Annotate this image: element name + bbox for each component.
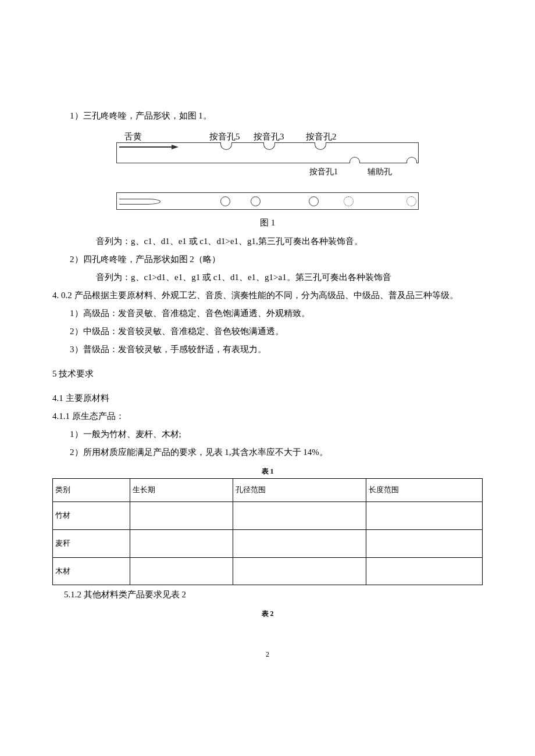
table-cell xyxy=(130,529,233,557)
label-hole3: 按音孔3 xyxy=(254,130,284,144)
label-hole2: 按音孔2 xyxy=(306,130,337,144)
tone-sequence-1: 音列为：g、c1、d1、e1 或 c1、d1>e1、g1,第三孔可奏出各种装饰音… xyxy=(52,234,483,248)
label-aux-hole: 辅助孔 xyxy=(368,166,392,178)
table-row: 麦秆 xyxy=(53,529,483,557)
section-4-1-title: 4.1 主要原材料 xyxy=(52,391,483,405)
item-three-hole: 1）三孔咚咚喹，产品形状，如图 1。 xyxy=(52,109,483,123)
hole-icon xyxy=(406,157,417,163)
section-4-0-2: 4. 0.2 产品根据主要原材料、外观工艺、音质、演奏性能的不同，分为高级品、中… xyxy=(52,288,483,302)
table-1-caption: 表 1 xyxy=(52,466,483,477)
table-row: 木材 xyxy=(53,557,483,585)
hole-icon xyxy=(315,142,326,150)
table-cell xyxy=(366,557,483,585)
item-four-hole: 2）四孔咚咚喹，产品形状如图 2（略） xyxy=(52,252,483,266)
hole-icon xyxy=(220,142,232,150)
table-cell xyxy=(233,501,366,529)
table-cell xyxy=(233,557,366,585)
hole-dotted-icon xyxy=(344,196,354,206)
section-5-title: 5 技术要求 xyxy=(52,367,483,381)
label-reed: 舌黄 xyxy=(124,130,142,144)
hole-icon xyxy=(220,196,230,206)
table-cell: 木材 xyxy=(53,557,130,585)
reed-shape xyxy=(119,146,172,148)
table-cell xyxy=(366,501,483,529)
table-cell xyxy=(130,501,233,529)
hole-icon xyxy=(263,142,275,150)
table-header: 孔径范围 xyxy=(233,479,366,502)
flute-top-view xyxy=(116,142,419,163)
flute-side-view xyxy=(116,192,419,210)
table-header: 生长期 xyxy=(130,479,233,502)
reed-shape xyxy=(119,199,160,205)
hole-icon xyxy=(309,196,319,206)
table-row: 竹材 xyxy=(53,501,483,529)
table-header: 类别 xyxy=(53,479,130,502)
section-5-1-2: 5.1.2 其他材料类产品要求见表 2 xyxy=(52,587,483,601)
table-cell: 麦秆 xyxy=(53,529,130,557)
table-cell xyxy=(366,529,483,557)
table-header-row: 类别 生长期 孔径范围 长度范围 xyxy=(53,479,483,502)
label-hole1: 按音孔1 xyxy=(309,166,338,178)
grade-mid: 2）中级品：发音较灵敏、音准稳定、音色较饱满通透。 xyxy=(52,324,483,338)
document-page: 1）三孔咚咚喹，产品形状，如图 1。 舌黄 按音孔5 按音孔3 按音孔2 按音孔… xyxy=(0,0,535,683)
material-item-2: 2）所用材质应能满足产品的要求，见表 1,其含水率应不大于 14%。 xyxy=(52,445,483,459)
table-header: 长度范围 xyxy=(366,479,483,502)
grade-premium: 1）高级品：发音灵敏、音准稳定、音色饱满通透、外观精致。 xyxy=(52,306,483,320)
hole-icon xyxy=(251,196,261,206)
table-cell xyxy=(233,529,366,557)
table-cell: 竹材 xyxy=(53,501,130,529)
section-4-1-1-title: 4.1.1 原生态产品： xyxy=(52,409,483,423)
table-cell xyxy=(130,557,233,585)
label-hole5: 按音孔5 xyxy=(209,130,240,144)
figure-1: 舌黄 按音孔5 按音孔3 按音孔2 按音孔1 辅助孔 xyxy=(116,130,419,210)
tone-sequence-2: 音列为：g、c1>d1、e1、g1 或 c1、d1、e1、g1>a1。第三孔可奏… xyxy=(52,270,483,284)
hole-dotted-icon xyxy=(406,196,416,206)
table-1: 类别 生长期 孔径范围 长度范围 竹材 麦秆 木材 xyxy=(52,478,483,585)
grade-basic: 3）普级品：发音较灵敏，手感较舒适，有表现力。 xyxy=(52,342,483,356)
hole-icon xyxy=(349,157,360,163)
page-number: 2 xyxy=(52,649,483,660)
material-item-1: 1）一般为竹材、麦杆、木材; xyxy=(52,427,483,441)
figure-1-caption: 图 1 xyxy=(52,216,483,230)
table-2-caption: 表 2 xyxy=(52,608,483,619)
